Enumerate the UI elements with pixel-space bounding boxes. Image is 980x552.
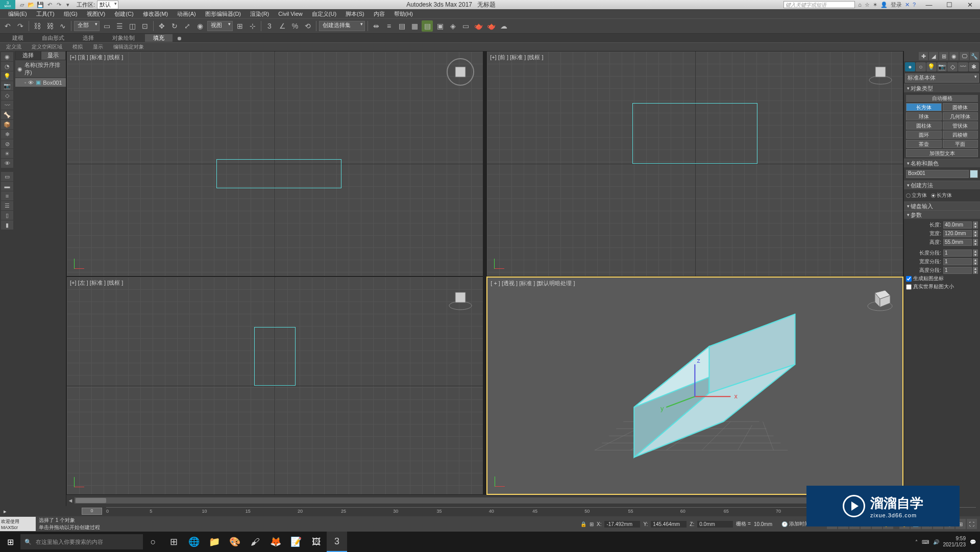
cat-lights-icon[interactable]: 💡	[926, 62, 937, 71]
task-edge-icon[interactable]: 🌐	[184, 532, 204, 552]
windows-search-input[interactable]: 🔍 在这里输入你要搜索的内容	[20, 534, 143, 549]
se-tool2-icon[interactable]: ▬	[1, 182, 13, 191]
prim-torus[interactable]: 圆环	[906, 131, 942, 139]
rotate-button[interactable]: ↻	[169, 20, 180, 32]
timetag-icon[interactable]: 🕐	[781, 521, 788, 527]
task-app1-icon[interactable]: 🎨	[225, 532, 245, 552]
snap-status-icon[interactable]: ⊞	[590, 521, 594, 527]
menu-grapheditors[interactable]: 图形编辑器(D)	[201, 10, 245, 18]
viewcube-front[interactable]	[865, 57, 896, 87]
rollout-params[interactable]: 参数	[904, 210, 980, 219]
help-search-input[interactable]: 键入关键字或短语	[783, 1, 855, 8]
se-tab-display[interactable]: 显示	[41, 51, 66, 60]
viewcube-left[interactable]	[445, 282, 476, 313]
schematic-button[interactable]: ▦	[409, 20, 420, 32]
se-tab-select[interactable]: 选择	[15, 51, 41, 60]
ribbon-sub-sim[interactable]: 模拟	[68, 43, 87, 51]
angle-snap[interactable]: ∠	[277, 20, 288, 32]
prim-cone[interactable]: 圆锥体	[943, 103, 978, 111]
task-app4-icon[interactable]: 🖼	[306, 532, 327, 552]
task-explorer-icon[interactable]: 📁	[204, 532, 225, 552]
wseg-spinbtn[interactable]: ▲▼	[973, 258, 978, 265]
menu-edit[interactable]: 编辑(E)	[4, 10, 31, 18]
tray-keyboard-icon[interactable]: ⌨	[922, 539, 929, 545]
viewport-top[interactable]: [+] [顶 ] [标准 ] [线框 ]	[66, 51, 483, 277]
menu-views[interactable]: 视图(V)	[83, 10, 110, 18]
se-tool3-icon[interactable]: ≡	[1, 191, 13, 200]
help-icon[interactable]: ?	[913, 2, 916, 8]
prim-box[interactable]: 长方体	[906, 103, 942, 111]
coord-z[interactable]: 0.0mm	[697, 521, 733, 528]
length-spinbtn[interactable]: ▲▼	[973, 221, 978, 229]
height-spinner[interactable]: 55.0mm	[943, 239, 972, 246]
ribbon-sub-display[interactable]: 显示	[89, 43, 107, 51]
bind-button[interactable]: ∿	[57, 20, 68, 32]
se-filter-bone-icon[interactable]: 🦴	[1, 110, 13, 119]
ribbon-sub-editsel[interactable]: 编辑选定对象	[109, 43, 148, 51]
se-filter-helpers-icon[interactable]: ◇	[1, 91, 13, 100]
pivot-button[interactable]: ⊞	[234, 20, 246, 32]
cat-helpers-icon[interactable]: ◇	[947, 62, 958, 71]
prim-sphere[interactable]: 球体	[906, 112, 942, 120]
close-button[interactable]: ✕	[960, 1, 980, 9]
placement-button[interactable]: ◉	[194, 20, 206, 32]
material-button[interactable]: ▣	[434, 20, 446, 32]
realworld-checkbox[interactable]	[906, 284, 912, 290]
coord-y[interactable]: 145.464mm	[651, 521, 687, 528]
viewport-scrollbar[interactable]: ◄ 0 / 100 ►	[66, 495, 903, 506]
cp-create-icon[interactable]: ✚	[919, 52, 928, 60]
se-tool1-icon[interactable]: ▭	[1, 172, 13, 181]
undo-button[interactable]: ↶	[2, 20, 13, 32]
cp-utilities-icon[interactable]: 🔧	[970, 52, 979, 60]
cp-modify-icon[interactable]: ◢	[929, 52, 938, 60]
task-app3-icon[interactable]: 📝	[286, 532, 306, 552]
se-filter-shapes-icon[interactable]: ◔	[1, 62, 13, 71]
prim-cylinder[interactable]: 圆柱体	[906, 121, 942, 130]
ribbon-tab-populate[interactable]: 填充	[145, 34, 173, 42]
redo-button[interactable]: ↷	[15, 20, 26, 32]
render-frame-button[interactable]: ▭	[460, 20, 471, 32]
tray-network-icon[interactable]: 🔊	[933, 539, 939, 545]
menu-create[interactable]: 创建(C)	[110, 10, 137, 18]
prim-plane[interactable]: 平面	[943, 140, 978, 148]
genmap-checkbox[interactable]	[906, 276, 912, 282]
task-3dsmax-icon[interactable]: 3	[327, 532, 347, 552]
signin-label[interactable]: 登录	[891, 1, 902, 9]
render-button[interactable]: 🫖	[473, 20, 484, 32]
select-region-button[interactable]: ◫	[127, 20, 138, 32]
se-filter-all-icon[interactable]: ☀	[1, 149, 13, 158]
object-name-input[interactable]: Box001	[906, 170, 969, 178]
rollout-method[interactable]: 创建方法	[904, 181, 980, 189]
start-button[interactable]: ⊞	[0, 532, 20, 552]
se-tool6-icon[interactable]: ▮	[1, 220, 13, 230]
manip-button[interactable]: ⊹	[247, 20, 258, 32]
ribbon-tab-objectpaint[interactable]: 对象绘制	[104, 34, 143, 42]
mirror-button[interactable]: ⇹	[371, 20, 382, 32]
task-app2-icon[interactable]: 🖌	[245, 532, 265, 552]
timeline-expand-icon[interactable]: ▸	[0, 508, 10, 515]
max-viewport-icon[interactable]: ⛶	[967, 519, 977, 529]
viewcube-persp[interactable]	[865, 283, 895, 313]
move-button[interactable]: ✥	[156, 20, 167, 32]
se-filter-hidden-icon[interactable]: ⊘	[1, 139, 13, 148]
undo-icon[interactable]: ↶	[46, 1, 53, 8]
method-box-radio[interactable]: 长方体	[931, 192, 952, 199]
select-object-button[interactable]: ▭	[101, 20, 112, 32]
workspace-dropdown[interactable]: 默认	[97, 1, 118, 9]
cp-motion-icon[interactable]: ◉	[949, 52, 959, 60]
render-iterative-button[interactable]: 🫖	[485, 20, 497, 32]
viewport-front[interactable]: [+] [前 ] [标准 ] [线框 ]	[486, 51, 903, 277]
cat-cameras-icon[interactable]: 📷	[937, 62, 947, 71]
signin-icon[interactable]: 👤	[880, 2, 888, 8]
menu-tools[interactable]: 工具(T)	[32, 10, 59, 18]
minimize-button[interactable]: —	[919, 1, 939, 9]
lseg-spinbtn[interactable]: ▲▼	[973, 249, 978, 257]
menu-rendering[interactable]: 渲染(R)	[246, 10, 273, 18]
app-logo[interactable]: 3MAX	[0, 0, 15, 9]
select-name-button[interactable]: ☰	[114, 20, 125, 32]
scale-button[interactable]: ⤢	[182, 20, 193, 32]
cp-display-icon[interactable]: 🖵	[960, 52, 969, 60]
hseg-spinbtn[interactable]: ▲▼	[973, 267, 978, 274]
se-filter-lights-icon[interactable]: 💡	[1, 71, 13, 81]
cat-spacewarps-icon[interactable]: 〰	[958, 62, 968, 71]
